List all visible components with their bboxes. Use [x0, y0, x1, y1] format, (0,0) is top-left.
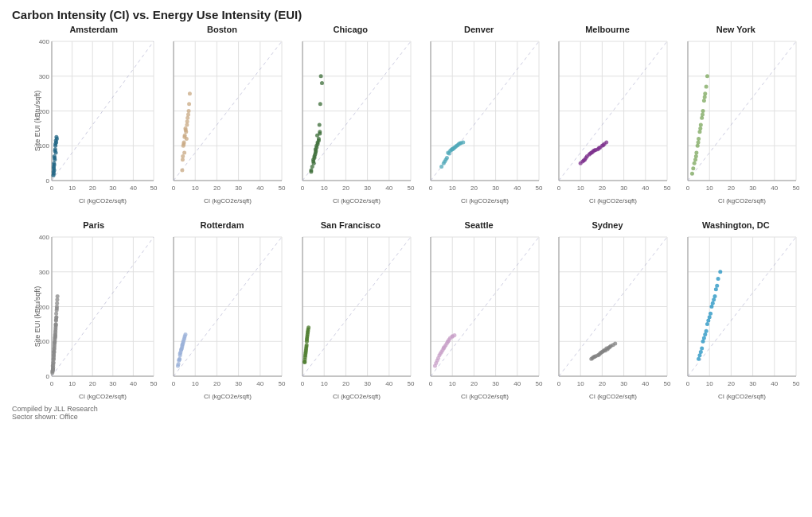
svg-point-292: [54, 312, 58, 316]
svg-point-493: [591, 356, 595, 360]
svg-text:50: 50: [150, 380, 158, 387]
svg-point-243: [705, 74, 709, 78]
svg-point-244: [693, 157, 697, 161]
svg-point-526: [716, 277, 720, 281]
svg-point-452: [446, 340, 450, 344]
svg-point-321: [56, 294, 60, 298]
svg-point-531: [715, 284, 719, 288]
svg-text:200: 200: [39, 304, 50, 311]
svg-point-532: [700, 347, 704, 351]
svg-point-67: [181, 168, 185, 172]
svg-point-451: [442, 346, 446, 350]
svg-point-405: [304, 343, 308, 347]
svg-text:0: 0: [429, 185, 433, 192]
svg-point-173: [451, 147, 455, 151]
svg-point-39: [53, 156, 57, 160]
city-label-chicago: Chicago: [287, 25, 415, 34]
svg-point-536: [718, 270, 722, 274]
svg-text:30: 30: [492, 380, 499, 387]
svg-point-529: [706, 319, 710, 323]
svg-point-370: [180, 347, 184, 351]
svg-text:CI (kgCO2e/sqft): CI (kgCO2e/sqft): [589, 197, 637, 204]
svg-point-326: [52, 358, 56, 362]
svg-text:0: 0: [50, 185, 54, 192]
footer-line1: Compiled by JLL Research: [12, 405, 800, 413]
svg-point-85: [184, 128, 188, 132]
svg-text:400: 400: [39, 38, 50, 45]
svg-point-242: [703, 91, 707, 95]
svg-point-68: [182, 151, 186, 155]
svg-text:CI (kgCO2e/sqft): CI (kgCO2e/sqft): [461, 393, 509, 400]
svg-point-122: [312, 156, 316, 160]
svg-text:10: 10: [68, 185, 76, 192]
city-label-sydney: Sydney: [543, 220, 671, 230]
svg-text:0: 0: [685, 185, 689, 192]
city-label-denver: Denver: [415, 25, 543, 34]
svg-text:CI (kgCO2e/sqft): CI (kgCO2e/sqft): [461, 197, 509, 204]
svg-point-80: [186, 112, 190, 116]
svg-point-327: [53, 336, 57, 340]
svg-text:0: 0: [429, 380, 433, 387]
svg-text:50: 50: [792, 380, 799, 387]
svg-point-253: [701, 112, 705, 116]
svg-point-82: [182, 154, 185, 158]
svg-point-518: [701, 340, 705, 344]
svg-point-41: [52, 170, 56, 174]
svg-text:30: 30: [364, 380, 371, 387]
svg-text:100: 100: [39, 142, 50, 150]
svg-point-132: [318, 102, 322, 106]
svg-point-410: [303, 352, 307, 356]
svg-text:20: 20: [213, 380, 221, 387]
city-label-sanfrancisco: San Francisco: [287, 220, 415, 230]
svg-point-126: [313, 153, 317, 157]
svg-text:20: 20: [89, 185, 96, 192]
svg-point-211: [584, 156, 588, 160]
svg-point-527: [697, 353, 701, 357]
svg-point-409: [305, 338, 309, 342]
svg-point-247: [700, 116, 704, 120]
svg-text:40: 40: [771, 185, 778, 192]
svg-text:CI (kgCO2e/sqft): CI (kgCO2e/sqft): [333, 393, 381, 400]
svg-point-124: [317, 138, 321, 142]
svg-point-324: [54, 324, 58, 328]
svg-point-123: [309, 170, 313, 174]
svg-point-330: [51, 369, 55, 373]
city-label-seattle: Seattle: [415, 220, 543, 230]
svg-text:20: 20: [89, 380, 96, 387]
svg-point-43: [53, 142, 57, 146]
svg-text:50: 50: [407, 380, 414, 387]
svg-text:0: 0: [557, 380, 561, 387]
svg-point-240: [698, 123, 702, 127]
svg-point-528: [702, 336, 706, 340]
city-label-newyork: New York: [672, 25, 800, 34]
svg-text:40: 40: [385, 185, 392, 192]
svg-point-154: [439, 165, 443, 169]
svg-text:0: 0: [300, 380, 304, 387]
svg-point-33: [52, 173, 56, 177]
svg-point-254: [702, 95, 706, 99]
svg-text:CI (kgCO2e/sqft): CI (kgCO2e/sqft): [718, 393, 766, 400]
svg-point-165: [447, 151, 451, 155]
svg-point-450: [436, 356, 440, 360]
svg-text:10: 10: [320, 380, 327, 387]
svg-point-81: [183, 135, 187, 139]
svg-text:30: 30: [235, 185, 242, 192]
svg-point-372: [184, 332, 188, 336]
svg-point-408: [304, 348, 308, 352]
svg-point-212: [591, 150, 595, 154]
svg-point-128: [320, 81, 324, 85]
svg-text:40: 40: [771, 380, 778, 387]
svg-point-121: [314, 146, 318, 150]
svg-text:10: 10: [449, 380, 456, 387]
svg-text:0: 0: [50, 380, 54, 387]
svg-text:CI (kgCO2e/sqft): CI (kgCO2e/sqft): [79, 393, 127, 400]
svg-text:40: 40: [385, 380, 392, 387]
svg-point-130: [315, 134, 319, 138]
svg-point-252: [698, 126, 702, 130]
svg-point-521: [714, 287, 718, 291]
svg-text:10: 10: [192, 185, 199, 192]
svg-text:30: 30: [364, 185, 371, 192]
svg-text:20: 20: [470, 380, 478, 387]
svg-text:40: 40: [642, 185, 650, 192]
svg-point-525: [712, 297, 716, 301]
